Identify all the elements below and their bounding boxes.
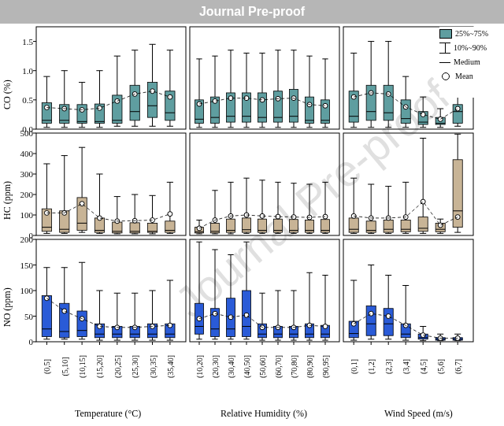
xtick: (25,30]: [131, 351, 139, 383]
svg-rect-304: [36, 239, 186, 342]
xtick: (6,7]: [454, 351, 462, 383]
chart-svg: [36, 27, 485, 373]
svg-rect-313: [42, 296, 51, 337]
xlabel-ws: Wind Speed (m/s): [384, 408, 453, 420]
xtick: (35,40]: [165, 351, 174, 383]
svg-rect-130: [401, 100, 410, 124]
svg-point-321: [62, 309, 67, 313]
xtick: (90,95]: [321, 351, 330, 383]
svg-rect-277: [384, 220, 393, 233]
legend-line-icon: [439, 62, 450, 63]
ytick: 100: [0, 210, 33, 220]
xtick: (20,30]: [211, 351, 220, 383]
xtick: (2,3]: [384, 351, 393, 383]
ytick: 500: [0, 128, 33, 138]
svg-point-138: [421, 112, 425, 117]
ytick: 1.5: [0, 37, 33, 46]
legend: 25%~75% 10%~90% Medium Mean: [439, 27, 495, 98]
svg-rect-0: [36, 27, 186, 129]
xlabel-temp: Temperature (°C): [75, 408, 141, 420]
xtick: (80,90]: [306, 351, 314, 383]
svg-point-150: [455, 106, 460, 111]
ytick: 300: [0, 169, 33, 179]
legend-label-box: 25%~75%: [455, 28, 488, 39]
xtick: (1,2]: [367, 351, 376, 383]
xtick: (20,25]: [113, 351, 121, 383]
ytick: 150: [0, 261, 33, 270]
xtick: (5,10]: [60, 351, 69, 383]
legend-box-icon: [439, 29, 452, 39]
ytick: 1.0: [0, 66, 33, 76]
ytick: 50: [0, 312, 33, 321]
svg-rect-99: [306, 97, 314, 123]
xtick: (10,20]: [195, 351, 204, 383]
xtick: (30,40]: [227, 351, 235, 383]
svg-rect-265: [349, 218, 358, 232]
watermark-header: Journal Pre-proof: [0, 0, 504, 24]
svg-rect-44: [147, 83, 157, 118]
legend-circle-icon: [442, 72, 450, 80]
legend-label-whisk: 10%~90%: [454, 43, 487, 54]
xtick: (4,5]: [419, 351, 428, 383]
ytick: 200: [0, 190, 33, 199]
xtick: (10,15]: [78, 351, 87, 383]
xtick: (5,6]: [436, 351, 445, 383]
xtick: (40,50]: [243, 351, 251, 383]
legend-whisker-icon: [439, 43, 450, 54]
ytick: 400: [0, 149, 33, 158]
svg-point-205: [168, 212, 172, 217]
xtick: (3,4]: [402, 351, 410, 383]
xtick: (0,1]: [350, 351, 358, 383]
plot-grid: [36, 27, 485, 373]
ytick: 0.5: [0, 95, 33, 105]
svg-rect-228: [243, 218, 251, 232]
svg-rect-446: [384, 309, 393, 335]
xtick: (15,20]: [95, 351, 104, 383]
svg-rect-440: [366, 306, 376, 336]
svg-rect-93: [290, 89, 298, 122]
svg-point-420: [323, 324, 328, 329]
xtick: (30,35]: [148, 351, 157, 383]
xtick: (60,70]: [274, 351, 283, 383]
svg-rect-124: [384, 85, 393, 120]
xtick: (50,60]: [258, 351, 267, 383]
svg-point-297: [438, 223, 443, 228]
legend-label-circle: Mean: [455, 71, 473, 82]
svg-rect-283: [401, 220, 410, 232]
ytick: 100: [0, 286, 33, 295]
xlabel-rh: Relative Humidity (%): [220, 408, 307, 420]
svg-rect-289: [418, 217, 428, 232]
ytick: 0: [0, 337, 33, 346]
xtick: (0,5]: [43, 351, 51, 383]
svg-rect-38: [130, 85, 139, 120]
xtick: (70,80]: [290, 351, 298, 383]
ytick: 200: [0, 235, 33, 244]
svg-point-442: [369, 311, 373, 316]
svg-rect-325: [77, 311, 87, 337]
svg-point-144: [438, 117, 443, 121]
legend-label-line: Medium: [454, 57, 480, 68]
